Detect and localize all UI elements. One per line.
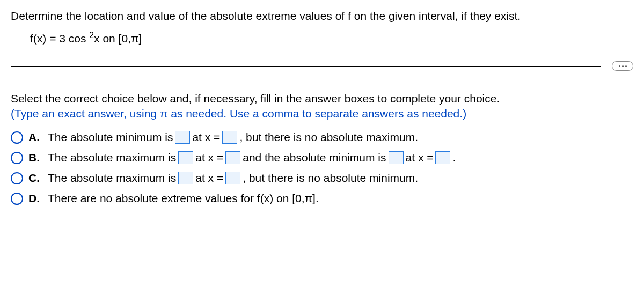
divider-line [11,66,601,67]
choice-d-letter: D. [28,192,42,205]
divider-row [11,61,633,71]
radio-c[interactable] [11,172,23,184]
choice-b-blank-1[interactable] [178,151,193,164]
choice-b-letter: B. [28,151,42,164]
choice-a-content: The absolute minimum is at x = , but the… [48,131,418,144]
choice-b-text-3: and the absolute minimum is [243,151,386,164]
choice-c-blank-2[interactable] [225,172,240,184]
choice-d-content: There are no absolute extreme values for… [48,192,319,205]
dot-icon [622,65,624,67]
choice-b-blank-4[interactable] [435,151,450,164]
choices-group: A. The absolute minimum is at x = , but … [11,131,633,205]
choice-d[interactable]: D. There are no absolute extreme values … [11,192,633,205]
choice-b-blank-3[interactable] [389,151,404,164]
choice-b-blank-2[interactable] [225,151,240,164]
choice-a-blank-1[interactable] [175,131,190,144]
radio-b[interactable] [11,152,23,164]
choice-d-text-1: There are no absolute extreme values for… [48,192,319,205]
func-exponent: 2 [89,31,94,40]
instructions-text: Select the correct choice below and, if … [11,92,633,105]
choice-a-letter: A. [28,131,42,144]
instructions-subtext: (Type an exact answer, using π as needed… [11,107,633,120]
choice-a-text-1: The absolute minimum is [48,131,173,144]
choice-a-text-3: , but there is no absolute maximum. [239,131,418,144]
radio-a[interactable] [11,131,23,144]
choice-c-blank-1[interactable] [178,172,193,184]
choice-a[interactable]: A. The absolute minimum is at x = , but … [11,131,633,144]
choice-c-text-3: , but there is no absolute minimum. [243,172,418,184]
choice-a-text-2: at x = [192,131,220,144]
choice-b[interactable]: B. The absolute maximum is at x = and th… [11,151,633,164]
dot-icon [619,65,620,67]
question-text: Determine the location and value of the … [11,10,633,23]
choice-c-text-1: The absolute maximum is [48,172,176,184]
choice-b-content: The absolute maximum is at x = and the a… [48,151,456,164]
choice-b-text-4: at x = [406,151,434,164]
choice-c[interactable]: C. The absolute maximum is at x = , but … [11,172,633,184]
func-rhs: x on [0,π] [94,32,142,45]
radio-d[interactable] [11,193,23,205]
choice-b-text-2: at x = [195,151,223,164]
choice-b-text-5: . [452,151,456,164]
choice-c-letter: C. [28,172,42,184]
choice-c-content: The absolute maximum is at x = , but the… [48,172,418,184]
choice-b-text-1: The absolute maximum is [48,151,176,164]
choice-c-text-2: at x = [195,172,223,184]
function-definition: f(x) = 3 cos 2x on [0,π] [30,32,633,45]
dot-icon [625,65,627,67]
func-lhs: f(x) = 3 cos [30,32,86,45]
choice-a-blank-2[interactable] [222,131,237,144]
more-options-button[interactable] [612,61,633,71]
